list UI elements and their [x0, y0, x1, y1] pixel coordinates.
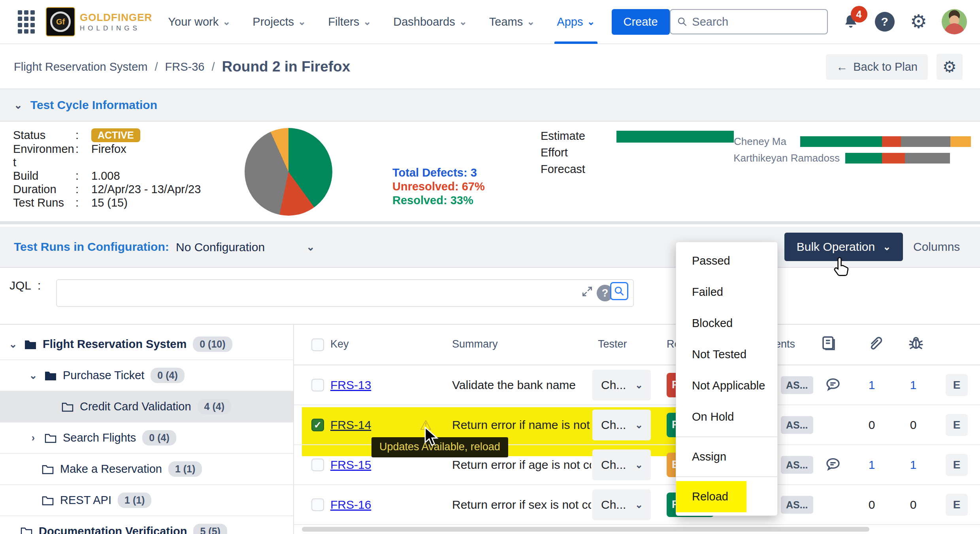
app-switcher-icon[interactable]	[18, 10, 35, 34]
jql-search-button[interactable]	[610, 282, 628, 300]
nav-item-projects[interactable]: Projects⌄	[253, 0, 306, 44]
attachment-count[interactable]: 1	[864, 458, 880, 472]
run-count-badge: 1 (1)	[168, 461, 202, 477]
effort-label: Effort	[541, 146, 568, 159]
row-checkbox[interactable]	[311, 459, 324, 471]
global-search[interactable]	[670, 9, 828, 34]
menu-item-not-tested[interactable]: Not Tested	[676, 339, 777, 370]
tree-item-make-a-reservation[interactable]: Make a Reservation 1 (1)	[0, 454, 293, 485]
test-runs-table: Key Summary Tester Result Components	[294, 325, 980, 534]
col-summary: Summary	[452, 338, 498, 350]
chevron-down-icon: ⌄	[883, 241, 891, 252]
create-button[interactable]: Create	[612, 9, 670, 35]
configuration-select[interactable]: No Configuration	[176, 241, 265, 254]
mouse-cursor-hand	[831, 256, 852, 280]
horizontal-scrollbar[interactable]	[302, 527, 869, 532]
nav-item-dashboards[interactable]: Dashboards⌄	[393, 0, 467, 44]
test-key-link[interactable]: FRS-15	[330, 458, 371, 472]
test-key-link[interactable]: FRS-13	[330, 378, 371, 392]
select-all-checkbox[interactable]	[311, 338, 324, 351]
question-icon: ?	[875, 12, 895, 32]
execution-status-pie-chart	[245, 128, 332, 216]
cycle-settings-button[interactable]: ⚙	[937, 54, 963, 80]
back-to-plan-button[interactable]: ← Back to Plan	[826, 54, 928, 80]
workload-chart: Estimate Effort Forecast Cheney Ma Karth…	[541, 129, 977, 184]
test-key-link[interactable]: FRS-16	[330, 498, 371, 511]
execute-button[interactable]: E	[946, 494, 968, 516]
chevron-down-icon: ⌄	[635, 419, 643, 431]
breadcrumb-project[interactable]: Flight Reservation System	[14, 60, 147, 73]
folder-outline-icon	[21, 526, 32, 534]
defect-count[interactable]: 1	[905, 378, 921, 392]
chevron-right-icon[interactable]: ›	[28, 432, 38, 444]
field-status: Status : ACTIVE	[13, 128, 201, 142]
notifications-button[interactable]: 4	[840, 11, 862, 33]
tree-item-documentation-verification[interactable]: Documentation Verification 5 (5)	[0, 516, 293, 534]
menu-item-on-hold[interactable]: On Hold	[676, 401, 777, 432]
brand-logo[interactable]: Gf GOLDFINGER HOLDINGS	[46, 7, 152, 36]
execute-button[interactable]: E	[946, 414, 968, 436]
expand-icon[interactable]	[581, 285, 594, 299]
tree-item-root[interactable]: ⌄ Flight Reservation System 0 (10)	[0, 329, 293, 360]
execute-button[interactable]: E	[946, 374, 968, 396]
test-folder-tree: ⌄ Flight Reservation System 0 (10) ⌄ Pur…	[0, 325, 294, 534]
col-key: Key	[330, 338, 349, 350]
bug-icon	[908, 335, 924, 354]
defect-count[interactable]: 1	[905, 458, 921, 472]
component-badge: AS...	[781, 456, 813, 474]
columns-button[interactable]: Columns	[913, 240, 960, 254]
table-row: FRS-16 Return error if sex is not correc…	[294, 485, 980, 525]
tree-item-credit-card-validation[interactable]: Credit Card Validation 4 (4)	[0, 391, 293, 423]
menu-item-passed[interactable]: Passed	[676, 245, 777, 276]
tree-item-rest-api[interactable]: REST API 1 (1)	[0, 485, 293, 516]
run-count-badge: 0 (10)	[193, 337, 232, 352]
test-key-link[interactable]: FRS-14	[330, 418, 371, 432]
tester-select[interactable]: Ch...⌄	[592, 370, 651, 400]
chevron-down-icon[interactable]: ⌄	[8, 338, 18, 350]
user-avatar[interactable]	[942, 9, 967, 34]
nav-item-filters[interactable]: Filters⌄	[328, 0, 371, 44]
menu-item-failed[interactable]: Failed	[676, 276, 777, 308]
component-badge: AS...	[781, 496, 813, 513]
attachment-count[interactable]: 1	[864, 378, 880, 392]
settings-button[interactable]: ⚙	[908, 11, 930, 33]
execute-button[interactable]: E	[946, 454, 968, 476]
chevron-down-icon[interactable]: ⌄	[306, 241, 315, 253]
menu-item-blocked[interactable]: Blocked	[676, 308, 777, 339]
brand-logo-mark: Gf	[46, 7, 75, 36]
chevron-down-icon[interactable]: ⌄	[28, 370, 38, 381]
tester-select[interactable]: Ch...⌄	[592, 489, 651, 520]
menu-item-not-applicable[interactable]: Not Applicable	[676, 370, 777, 401]
chevron-down-icon: ⌄	[635, 499, 643, 510]
run-count-badge: 1 (1)	[118, 493, 151, 508]
search-input[interactable]	[692, 15, 820, 28]
component-badge: AS...	[781, 416, 813, 434]
assignee-name: Cheney Ma	[714, 135, 786, 148]
nav-item-your-work[interactable]: Your work⌄	[168, 0, 230, 44]
tester-select[interactable]: Ch...⌄	[592, 410, 651, 440]
row-checkbox-checked[interactable]	[311, 419, 324, 431]
jql-input[interactable]	[56, 279, 634, 307]
breadcrumb-issue[interactable]: FRS-36	[165, 60, 205, 73]
collapse-chevron-icon[interactable]: ⌄	[14, 99, 23, 111]
table-header-row: Key Summary Tester Result Components	[294, 325, 980, 365]
field-test-runs: Test Runs : 15 (15)	[13, 196, 201, 209]
tree-item-search-flights[interactable]: › Search Flights 0 (4)	[0, 423, 293, 454]
tester-select[interactable]: Ch...⌄	[592, 449, 651, 480]
attachment-count: 0	[864, 418, 880, 432]
menu-item-reload[interactable]: Reload	[676, 481, 777, 512]
comment-icon[interactable]	[825, 456, 841, 474]
help-button[interactable]: ?	[874, 11, 896, 33]
row-checkbox[interactable]	[311, 498, 324, 511]
folder-filled-icon	[24, 339, 36, 350]
nav-item-apps[interactable]: Apps⌄	[557, 0, 595, 44]
tree-item-purchase-ticket[interactable]: ⌄ Purchase Ticket 0 (4)	[0, 360, 293, 391]
row-checkbox[interactable]	[311, 379, 324, 391]
mouse-cursor-arrow	[424, 427, 441, 448]
menu-item-assign[interactable]: Assign	[676, 441, 777, 472]
gear-icon: ⚙	[942, 59, 957, 75]
comment-icon[interactable]	[825, 376, 841, 394]
folder-outline-icon	[42, 464, 54, 474]
folder-outline-icon	[42, 495, 54, 506]
nav-item-teams[interactable]: Teams⌄	[489, 0, 535, 44]
